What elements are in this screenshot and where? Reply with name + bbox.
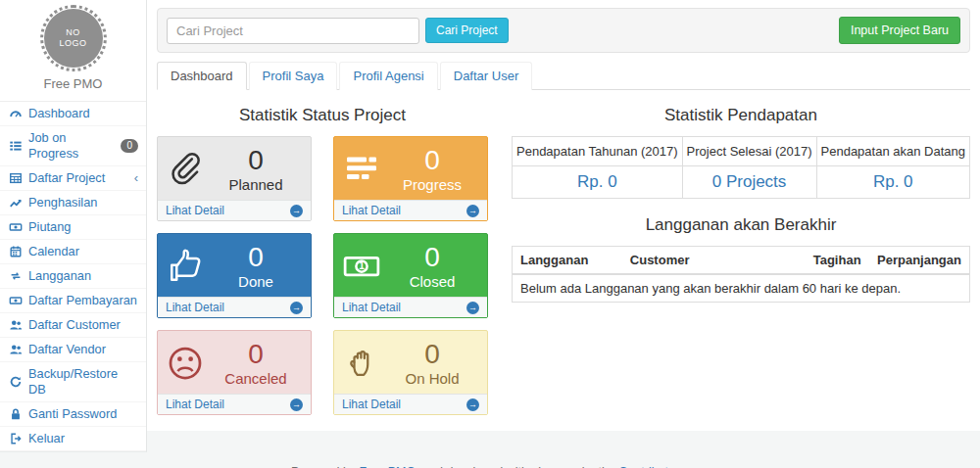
list-icon [9, 139, 23, 153]
subscription-empty-row: Belum ada Langganan yang akan berakhir d… [513, 274, 970, 303]
svg-text:1: 1 [359, 260, 365, 271]
page-footer: Powered by Free PMO, and developed with … [0, 452, 980, 468]
income-section-title: Statistik Pendapatan [512, 106, 970, 125]
sidebar-item-label: Daftar Project [28, 170, 105, 186]
lihat-detail-link[interactable]: Lihat Detail → [158, 394, 311, 414]
search-button[interactable]: Cari Project [425, 18, 509, 43]
income-column: Statistik Pendapatan Pendapatan Tahunan … [512, 96, 970, 415]
dashboard-content: Statistik Status Project 0 Planned [157, 96, 970, 415]
status-card-closed: 1 0 Closed Lihat Detail → [333, 233, 488, 318]
search-input[interactable] [167, 18, 419, 44]
status-section-title: Statistik Status Project [157, 106, 488, 125]
no-logo-text: NO LOGO [57, 27, 90, 50]
card-value: 0 [209, 340, 303, 368]
dashboard-icon [9, 107, 23, 120]
lihat-detail-link[interactable]: Lihat Detail → [334, 394, 487, 414]
income-cell: Rp. 0 [816, 166, 970, 199]
tab-profil-agensi[interactable]: Profil Agensi [339, 62, 437, 90]
tab-daftar-user[interactable]: Daftar User [440, 62, 532, 90]
card-label: Canceled [209, 370, 303, 387]
tab-bar: Dashboard Profil Saya Profil Agensi Daft… [157, 62, 970, 90]
lihat-detail-link[interactable]: Lihat Detail → [334, 200, 487, 220]
income-table: Pendapatan Tahunan (2017) Project Selesa… [512, 136, 970, 199]
sign-out-icon [9, 432, 23, 445]
input-project-baru-button[interactable]: Input Project Baru [839, 17, 960, 44]
sidebar-item-job-on-progress[interactable]: Job on Progress 0 [0, 126, 146, 166]
income-value-link[interactable]: Rp. 0 [577, 172, 617, 191]
sidebar-item-ganti-password[interactable]: Ganti Password [0, 402, 146, 427]
card-body: 0 On Hold [334, 331, 487, 394]
subscription-empty-message: Belum ada Langganan yang akan berakhir d… [513, 274, 970, 303]
card-value: 0 [209, 146, 303, 174]
page: NO LOGO Free PMO Dashboard Job on Progre… [0, 0, 980, 452]
sidebar-item-backup-restore[interactable]: Backup/Restore DB [0, 362, 146, 402]
sidebar-item-label: Keluar [28, 431, 65, 446]
paperclip-icon [166, 150, 209, 189]
income-header: Project Selesai (2017) [682, 137, 816, 166]
status-card-grid: 0 Planned Lihat Detail → [157, 136, 488, 415]
subscription-header: Perpanjangan [869, 247, 969, 275]
card-value: 0 [385, 340, 479, 368]
money-icon [9, 294, 23, 307]
line-chart-icon [9, 196, 23, 210]
sidebar-item-calendar[interactable]: Calendar [0, 240, 146, 264]
card-value: 0 [385, 146, 479, 174]
card-stats: 0 Done [209, 243, 303, 289]
subscription-header: Langganan [513, 247, 622, 275]
card-stats: 0 Canceled [209, 340, 303, 386]
card-stats: 0 On Hold [385, 340, 479, 386]
sidebar-item-piutang[interactable]: Piutang [0, 215, 146, 240]
sidebar-item-langganan[interactable]: Langganan [0, 264, 146, 289]
status-card-canceled: 0 Canceled Lihat Detail → [157, 330, 312, 415]
income-value-link[interactable]: 0 Projects [712, 172, 787, 191]
sidebar-item-label: Langganan [28, 268, 91, 284]
subscription-header-row: Langganan Customer Tagihan Perpanjangan [513, 247, 970, 275]
users-icon [9, 318, 23, 332]
card-value: 0 [385, 243, 479, 271]
sidebar-item-daftar-project[interactable]: Daftar Project ‹ [0, 166, 146, 191]
thumbs-up-icon [166, 247, 209, 286]
lihat-detail-label: Lihat Detail [342, 204, 401, 217]
sidebar-item-dashboard[interactable]: Dashboard [0, 102, 146, 126]
hand-stop-icon [342, 344, 385, 383]
brand-name: Free PMO [0, 76, 146, 91]
income-value-link[interactable]: Rp. 0 [873, 172, 913, 191]
lihat-detail-link[interactable]: Lihat Detail → [158, 297, 311, 317]
tab-dashboard[interactable]: Dashboard [157, 62, 247, 90]
search-panel: Cari Project Input Project Baru [157, 8, 970, 53]
lihat-detail-link[interactable]: Lihat Detail → [158, 200, 311, 220]
card-stats: 0 Progress [385, 146, 479, 192]
card-label: On Hold [385, 370, 479, 387]
card-label: Progress [385, 176, 479, 193]
sidebar-item-label: Piutang [28, 219, 71, 235]
tab-profil-saya[interactable]: Profil Saya [249, 62, 338, 90]
card-body: 0 Done [158, 234, 311, 297]
lihat-detail-label: Lihat Detail [342, 398, 401, 411]
sidebar-item-penghasilan[interactable]: Penghasilan [0, 191, 146, 215]
sidebar-item-label: Backup/Restore DB [28, 366, 138, 398]
income-cell: 0 Projects [682, 166, 816, 199]
sidebar-item-daftar-pembayaran[interactable]: Daftar Pembayaran [0, 289, 146, 313]
sidebar-item-daftar-vendor[interactable]: Daftar Vendor [0, 338, 146, 362]
sidebar-item-label: Ganti Password [28, 406, 117, 422]
income-cell: Rp. 0 [513, 166, 683, 199]
income-header: Pendapatan Tahunan (2017) [513, 137, 683, 166]
card-body: 0 Canceled [158, 331, 311, 394]
status-card-planned: 0 Planned Lihat Detail → [157, 136, 312, 221]
sidebar-item-keluar[interactable]: Keluar [0, 427, 146, 451]
arrow-circle-right-icon: → [466, 205, 479, 217]
sidebar-item-daftar-customer[interactable]: Daftar Customer [0, 313, 146, 338]
lihat-detail-label: Lihat Detail [166, 301, 224, 314]
card-stats: 0 Planned [209, 146, 303, 192]
arrow-circle-right-icon: → [466, 302, 479, 314]
sidebar: NO LOGO Free PMO Dashboard Job on Progre… [0, 0, 147, 452]
sidebar-item-label: Daftar Pembayaran [28, 293, 137, 308]
lihat-detail-link[interactable]: Lihat Detail → [334, 297, 487, 317]
main-content: Cari Project Input Project Baru Dashboar… [147, 0, 980, 431]
arrow-circle-right-icon: → [466, 398, 479, 411]
sidebar-item-label: Daftar Customer [28, 317, 121, 333]
lock-icon [9, 407, 23, 421]
subscription-section-title: Langganan akan Berakhir [512, 215, 970, 235]
lihat-detail-label: Lihat Detail [166, 204, 224, 217]
money-bill-icon: 1 [342, 247, 385, 286]
